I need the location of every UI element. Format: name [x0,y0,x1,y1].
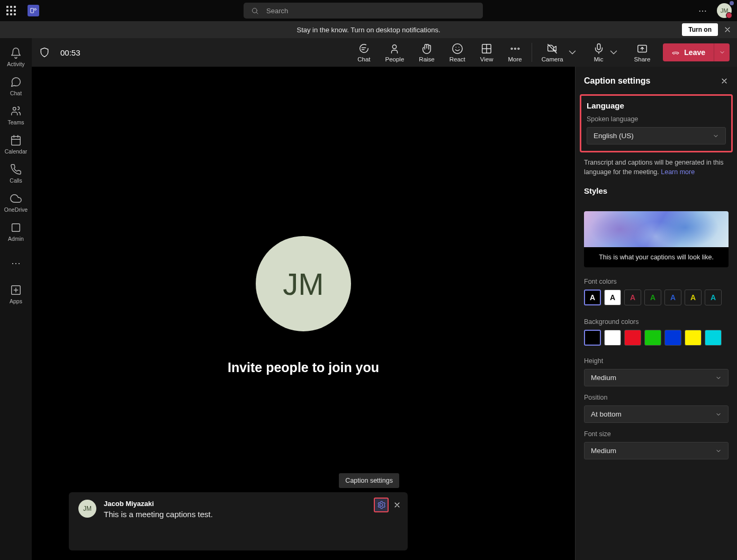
svg-point-3 [13,107,16,110]
rail-onedrive[interactable]: OneDrive [0,188,32,217]
rail-activity[interactable]: Activity [0,42,32,71]
chevron-down-icon [713,133,719,139]
tool-share[interactable]: Share [627,43,658,62]
learn-more-link[interactable]: Learn more [661,168,695,176]
preview-caption-text: This is what your captions will look lik… [584,247,729,267]
caption-settings-button[interactable] [374,498,389,512]
font-color-swatch[interactable]: A [685,290,702,305]
bell-icon [10,47,22,59]
svg-rect-13 [597,43,600,49]
chat-icon [10,76,22,88]
tool-camera[interactable]: Camera [534,43,586,62]
tool-view[interactable]: View [473,43,501,62]
meeting-timer: 00:53 [60,48,80,57]
rail-apps[interactable]: Apps [0,279,32,309]
gear-icon [377,501,385,509]
height-select[interactable]: Medium [584,369,729,386]
position-select[interactable]: At bottom [584,405,729,423]
svg-rect-4 [12,136,21,145]
font-color-swatch[interactable]: A [705,290,722,305]
search-placeholder: Search [266,7,288,15]
leave-button[interactable]: Leave [663,43,714,61]
rail-calls[interactable]: Calls [0,159,32,188]
spoken-language-label: Spoken language [587,115,726,123]
left-rail: Activity Chat Teams Calendar Calls OneDr… [0,38,32,560]
bg-color-swatch[interactable] [664,330,681,346]
rail-admin[interactable]: Admin [0,217,32,246]
phone-icon [10,164,22,175]
bg-color-swatch[interactable] [644,330,661,346]
height-label: Height [584,357,729,365]
font-color-swatches: AAAAAAA [584,290,729,305]
admin-icon [10,222,22,233]
font-color-swatch[interactable]: A [604,290,621,305]
font-color-swatch[interactable]: A [624,290,641,305]
chevron-down-icon [715,448,722,454]
spoken-language-select[interactable]: English (US) [587,127,726,144]
bg-color-swatches [584,330,729,346]
font-color-swatch[interactable]: A [664,290,681,305]
meeting-toolbar: 00:53 Chat People Raise React View More … [32,38,737,67]
rail-calendar[interactable]: Calendar [0,130,32,159]
leave-options-button[interactable] [714,43,730,61]
chevron-down-icon [719,49,725,56]
bg-colors-label: Background colors [584,318,729,326]
preview-image [584,211,729,247]
mic-icon [593,43,605,55]
tool-raise[interactable]: Raise [411,43,442,62]
user-avatar[interactable]: JM [717,3,732,18]
turn-on-button[interactable]: Turn on [682,23,718,36]
tool-more[interactable]: More [501,43,529,62]
smile-icon [452,43,463,55]
bg-color-swatch[interactable] [685,330,702,346]
font-color-swatch[interactable]: A [584,290,601,305]
chevron-down-icon[interactable] [608,47,619,58]
tool-chat[interactable]: Chat [350,43,378,62]
plus-square-icon [10,284,22,296]
font-color-swatch[interactable]: A [644,290,661,305]
close-icon[interactable] [393,501,401,509]
tool-mic[interactable]: Mic [586,43,627,62]
calendar-icon [10,134,22,146]
app-launcher-icon[interactable] [6,6,16,15]
bg-color-swatch[interactable] [705,330,722,346]
tool-people[interactable]: People [378,43,412,62]
separator [532,43,532,62]
chevron-down-icon[interactable] [567,47,578,58]
fontsize-select[interactable]: Medium [584,442,729,459]
svg-point-7 [393,44,397,48]
raise-hand-icon [421,43,433,55]
meeting-stage: JM Invite people to join you Caption set… [32,67,575,560]
svg-point-10 [511,48,513,49]
bg-color-swatch[interactable] [604,330,621,346]
svg-point-8 [453,43,462,53]
svg-point-1 [34,8,37,10]
bg-color-swatch[interactable] [584,330,601,346]
more-options-icon[interactable]: ⋯ [698,6,707,16]
language-help-text: Transcript and captions will be generate… [576,158,737,177]
svg-point-12 [518,48,519,49]
rail-teams[interactable]: Teams [0,101,32,130]
svg-rect-5 [12,223,20,231]
caption-speaker-name: Jacob Miyazaki [104,500,213,508]
tool-react[interactable]: React [442,43,473,62]
rail-more[interactable]: ⋯ [0,248,32,277]
phone-down-icon [671,48,680,57]
styles-heading: Styles [584,186,729,195]
participant-avatar: JM [256,236,351,331]
language-heading: Language [587,101,726,110]
bg-color-swatch[interactable] [624,330,641,346]
chevron-down-icon [715,375,722,381]
notification-text: Stay in the know. Turn on desktop notifi… [297,26,441,34]
search-input[interactable]: Search [244,3,483,19]
close-icon[interactable] [723,25,732,34]
svg-point-11 [514,48,516,49]
chat-bubble-icon [358,43,370,55]
camera-off-icon [546,43,558,55]
chevron-down-icon [715,411,722,418]
rail-chat[interactable]: Chat [0,71,32,101]
search-icon [251,7,259,15]
shield-icon[interactable] [39,47,50,58]
svg-rect-0 [31,8,34,13]
close-icon[interactable] [720,77,729,85]
